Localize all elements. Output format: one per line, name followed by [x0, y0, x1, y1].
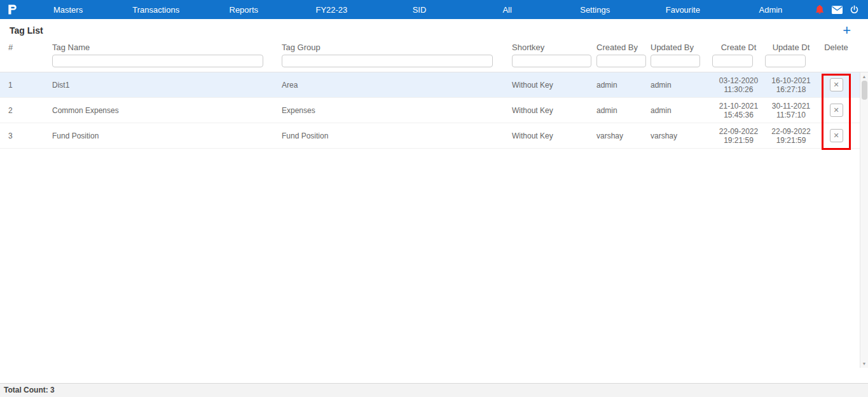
cell-tag-group: Fund Position: [282, 131, 512, 140]
add-tag-button[interactable]: +: [835, 25, 858, 36]
filter-updated-by-input[interactable]: [651, 55, 700, 67]
top-nav-bar: Masters Transactions Reports FY22-23 SID…: [0, 0, 868, 19]
cell-number: 2: [8, 106, 52, 115]
delete-x-icon: ✕: [833, 106, 839, 114]
tag-list-grid: 1 Dist1 Area Without Key admin admin 03-…: [0, 72, 868, 368]
cell-update-dt: 16-10-2021 16:27:18: [765, 76, 817, 94]
total-count-label: Total Count: 3: [4, 386, 55, 394]
nav-item-settings[interactable]: Settings: [551, 5, 639, 15]
filter-row: [0, 55, 868, 72]
filter-update-dt-input[interactable]: [765, 55, 806, 67]
column-header-delete: Delete: [817, 43, 855, 52]
table-header-row: # Tag Name Tag Group Shortkey Created By…: [0, 39, 868, 55]
table-row[interactable]: 3 Fund Position Fund Position Without Ke…: [0, 123, 868, 149]
delete-tag-button[interactable]: ✕: [830, 78, 843, 91]
scroll-up-icon[interactable]: ▲: [862, 72, 867, 81]
main-menu: Masters Transactions Reports FY22-23 SID…: [24, 5, 815, 15]
cell-tag-name: Common Expenses: [52, 106, 282, 115]
cell-create-dt: 21-10-2021 15:45:36: [712, 102, 765, 119]
cell-updated-by: varshay: [651, 131, 712, 140]
cell-create-dt: 22-09-2022 19:21:59: [712, 127, 765, 145]
table-row[interactable]: 1 Dist1 Area Without Key admin admin 03-…: [0, 72, 868, 98]
cell-shortkey: Without Key: [512, 81, 596, 90]
filter-create-dt-input[interactable]: [712, 55, 753, 67]
column-header-number: #: [8, 43, 52, 52]
nav-item-fy22-23[interactable]: FY22-23: [287, 5, 375, 15]
nav-item-reports[interactable]: Reports: [200, 5, 287, 15]
page-title: Tag List: [10, 25, 43, 36]
nav-item-favourite[interactable]: Favourite: [639, 5, 727, 15]
mail-icon[interactable]: [832, 6, 843, 14]
nav-item-sid[interactable]: SID: [375, 5, 463, 15]
nav-item-masters[interactable]: Masters: [24, 5, 112, 15]
nav-item-admin[interactable]: Admin: [727, 5, 815, 15]
scroll-down-icon[interactable]: ▼: [862, 360, 867, 368]
vertical-scrollbar[interactable]: ▲ ▼: [860, 72, 868, 368]
cell-create-dt: 03-12-2020 11:30:26: [712, 76, 765, 94]
delete-x-icon: ✕: [833, 81, 839, 88]
column-header-shortkey: Shortkey: [512, 43, 596, 52]
cell-updated-by: admin: [651, 81, 712, 90]
cell-tag-group: Area: [282, 81, 512, 90]
filter-shortkey-input[interactable]: [512, 55, 591, 67]
cell-updated-by: admin: [651, 106, 712, 115]
total-count-bar: Total Count: 3: [0, 383, 868, 397]
column-header-tag-group: Tag Group: [282, 43, 512, 52]
column-header-tag-name: Tag Name: [52, 43, 282, 52]
column-header-create-dt: Create Dt: [712, 43, 765, 52]
notification-bell-icon[interactable]: [815, 4, 825, 15]
nav-item-all[interactable]: All: [464, 5, 551, 15]
cell-shortkey: Without Key: [512, 106, 596, 115]
filter-tag-name-input[interactable]: [52, 55, 263, 67]
cell-number: 1: [8, 81, 52, 90]
delete-tag-button[interactable]: ✕: [830, 129, 843, 142]
cell-created-by: varshay: [596, 131, 651, 140]
filter-tag-group-input[interactable]: [282, 55, 493, 67]
cell-created-by: admin: [596, 106, 651, 115]
scrollbar-thumb[interactable]: [862, 81, 867, 100]
table-row[interactable]: 2 Common Expenses Expenses Without Key a…: [0, 98, 868, 123]
filter-created-by-input[interactable]: [596, 55, 646, 67]
cell-tag-name: Dist1: [52, 81, 282, 90]
logout-power-icon[interactable]: [850, 5, 859, 15]
cell-shortkey: Without Key: [512, 131, 596, 140]
app-logo-icon[interactable]: [6, 3, 24, 16]
cell-number: 3: [8, 131, 52, 140]
cell-update-dt: 22-09-2022 19:21:59: [765, 127, 817, 145]
column-header-updated-by: Updated By: [651, 43, 712, 52]
delete-tag-button[interactable]: ✕: [830, 104, 843, 117]
cell-created-by: admin: [596, 81, 651, 90]
column-header-update-dt: Update Dt: [765, 43, 817, 52]
delete-x-icon: ✕: [833, 131, 839, 139]
cell-update-dt: 30-11-2021 11:57:10: [765, 102, 817, 119]
column-header-created-by: Created By: [596, 43, 651, 52]
cell-tag-group: Expenses: [282, 106, 512, 115]
cell-tag-name: Fund Position: [52, 131, 282, 140]
nav-item-transactions[interactable]: Transactions: [112, 5, 200, 15]
